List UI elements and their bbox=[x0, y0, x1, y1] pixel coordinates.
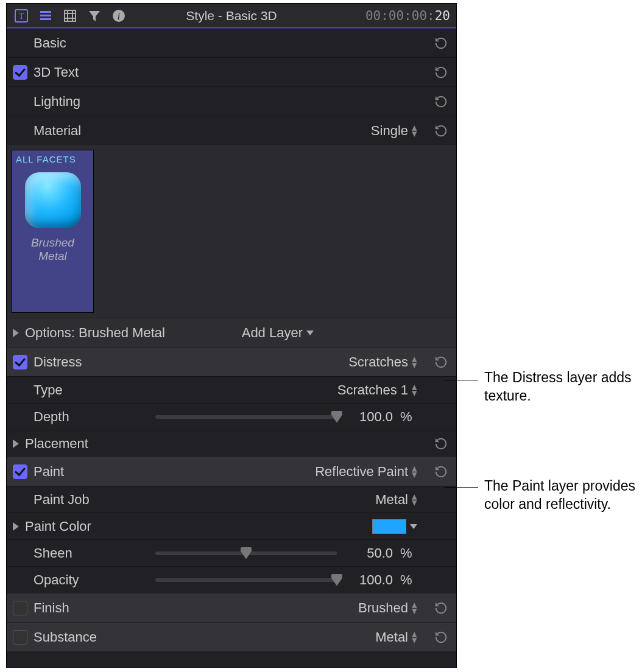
options-label: Options: Brushed Metal bbox=[25, 325, 165, 341]
distress-checkbox[interactable] bbox=[13, 355, 27, 369]
chevron-down-icon bbox=[306, 331, 314, 335]
3dtext-label: 3D Text bbox=[34, 65, 79, 80]
finish-popup[interactable]: Brushed ▴▾ bbox=[358, 600, 417, 616]
reset-icon[interactable] bbox=[434, 355, 448, 369]
paint-opacity-row: Opacity 100.0 % bbox=[7, 566, 456, 593]
svg-rect-4 bbox=[40, 18, 51, 20]
reset-icon[interactable] bbox=[434, 66, 448, 79]
svg-text:T: T bbox=[19, 12, 24, 21]
finish-label: Finish bbox=[34, 600, 69, 616]
info-tab-icon[interactable]: i bbox=[110, 7, 127, 24]
add-layer-button[interactable]: Add Layer bbox=[242, 325, 314, 341]
paint-sheen-row: Sheen 50.0 % bbox=[7, 539, 456, 566]
substance-row[interactable]: Substance Metal ▴▾ bbox=[7, 622, 456, 651]
paint-color-swatch[interactable] bbox=[372, 519, 406, 534]
disclosure-icon[interactable] bbox=[13, 439, 19, 448]
distress-popup[interactable]: Scratches ▴▾ bbox=[348, 354, 417, 370]
sheen-slider[interactable] bbox=[155, 551, 337, 555]
annotation-distress: The Distress layer adds texture. bbox=[484, 368, 637, 405]
paint-checkbox[interactable] bbox=[13, 464, 27, 479]
options-row[interactable]: Options: Brushed Metal Add Layer bbox=[7, 318, 456, 347]
reset-icon[interactable] bbox=[434, 465, 448, 478]
basic-label: Basic bbox=[34, 35, 66, 51]
paint-label: Paint bbox=[34, 464, 64, 480]
popup-arrows-icon: ▴▾ bbox=[412, 631, 417, 643]
distress-type-popup[interactable]: Scratches 1 ▴▾ bbox=[337, 382, 417, 398]
sheen-value[interactable]: 50.0 bbox=[344, 545, 393, 561]
lighting-label: Lighting bbox=[34, 94, 80, 110]
substance-checkbox[interactable] bbox=[13, 630, 27, 645]
material-facet-area: ALL FACETS Brushed Metal bbox=[7, 145, 456, 318]
distress-type-label: Type bbox=[34, 382, 63, 398]
paint-color-label: Paint Color bbox=[25, 519, 91, 534]
facet-badge: ALL FACETS bbox=[16, 154, 76, 164]
paint-sheen-label: Sheen bbox=[34, 545, 72, 561]
material-preview bbox=[19, 167, 86, 234]
reset-icon[interactable] bbox=[434, 601, 448, 615]
chevron-down-icon[interactable] bbox=[410, 524, 417, 529]
depth-slider[interactable] bbox=[155, 415, 337, 419]
text-tab-icon[interactable]: T bbox=[13, 7, 30, 24]
reset-icon[interactable] bbox=[434, 37, 448, 50]
inspector-topbar: T i Style - Basic 3D 00:00:00:20 bbox=[7, 4, 456, 28]
svg-rect-5 bbox=[65, 10, 76, 21]
popup-arrows-icon: ▴▾ bbox=[412, 356, 417, 368]
placement-row[interactable]: Placement bbox=[7, 430, 456, 457]
paint-job-row: Paint Job Metal ▴▾ bbox=[7, 486, 456, 513]
filter-tab-icon[interactable] bbox=[86, 7, 103, 24]
distress-row[interactable]: Distress Scratches ▴▾ bbox=[7, 347, 456, 376]
disclosure-icon[interactable] bbox=[13, 522, 19, 531]
reset-icon[interactable] bbox=[434, 95, 448, 108]
material-popup[interactable]: Single ▴▾ bbox=[371, 123, 417, 139]
popup-arrows-icon: ▴▾ bbox=[412, 384, 417, 396]
reset-icon[interactable] bbox=[434, 631, 448, 644]
material-facet[interactable]: ALL FACETS Brushed Metal bbox=[12, 150, 94, 313]
depth-value[interactable]: 100.0 bbox=[344, 409, 393, 425]
paint-popup[interactable]: Reflective Paint ▴▾ bbox=[315, 464, 417, 480]
paint-job-popup[interactable]: Metal ▴▾ bbox=[375, 492, 417, 508]
disclosure-icon[interactable] bbox=[13, 329, 19, 337]
annotation-leader bbox=[445, 487, 478, 488]
svg-marker-10 bbox=[89, 11, 100, 21]
popup-arrows-icon: ▴▾ bbox=[412, 494, 417, 506]
section-lighting[interactable]: Lighting bbox=[7, 86, 456, 116]
material-label: Material bbox=[34, 123, 81, 139]
section-3dtext[interactable]: 3D Text bbox=[7, 57, 456, 86]
substance-label: Substance bbox=[34, 629, 97, 645]
distress-depth-row: Depth 100.0 % bbox=[7, 403, 456, 430]
distress-depth-label: Depth bbox=[34, 409, 69, 425]
paint-color-row: Paint Color bbox=[7, 513, 456, 539]
placement-label: Placement bbox=[25, 436, 88, 452]
3dtext-checkbox[interactable] bbox=[13, 65, 27, 80]
finish-checkbox[interactable] bbox=[13, 601, 27, 615]
substance-popup[interactable]: Metal ▴▾ bbox=[375, 629, 417, 645]
popup-arrows-icon: ▴▾ bbox=[412, 125, 417, 137]
section-basic[interactable]: Basic bbox=[7, 28, 456, 57]
reset-icon[interactable] bbox=[434, 437, 448, 450]
film-tab-icon[interactable] bbox=[62, 7, 79, 24]
paint-job-label: Paint Job bbox=[34, 492, 90, 508]
popup-arrows-icon: ▴▾ bbox=[412, 602, 417, 614]
reset-icon[interactable] bbox=[434, 124, 448, 138]
opacity-value[interactable]: 100.0 bbox=[344, 572, 393, 588]
facet-material-name: Brushed Metal bbox=[16, 236, 90, 263]
distress-type-row: Type Scratches 1 ▴▾ bbox=[7, 376, 456, 403]
svg-rect-2 bbox=[40, 11, 51, 13]
paint-opacity-label: Opacity bbox=[34, 572, 79, 588]
svg-rect-3 bbox=[40, 15, 51, 16]
finish-row[interactable]: Finish Brushed ▴▾ bbox=[7, 593, 456, 622]
annotation-leader bbox=[445, 380, 478, 380]
timecode[interactable]: 00:00:00:20 bbox=[365, 9, 450, 23]
popup-arrows-icon: ▴▾ bbox=[412, 466, 417, 478]
annotation-paint: The Paint layer provides color and refle… bbox=[484, 477, 637, 513]
distress-label: Distress bbox=[34, 354, 82, 370]
lines-tab-icon[interactable] bbox=[37, 7, 54, 24]
paint-row[interactable]: Paint Reflective Paint ▴▾ bbox=[7, 457, 456, 486]
svg-text:i: i bbox=[118, 11, 120, 21]
inspector-panel: T i Style - Basic 3D 00:00:00:20 Basic 3… bbox=[6, 3, 457, 668]
section-material[interactable]: Material Single ▴▾ bbox=[7, 116, 456, 145]
opacity-slider[interactable] bbox=[155, 578, 337, 582]
